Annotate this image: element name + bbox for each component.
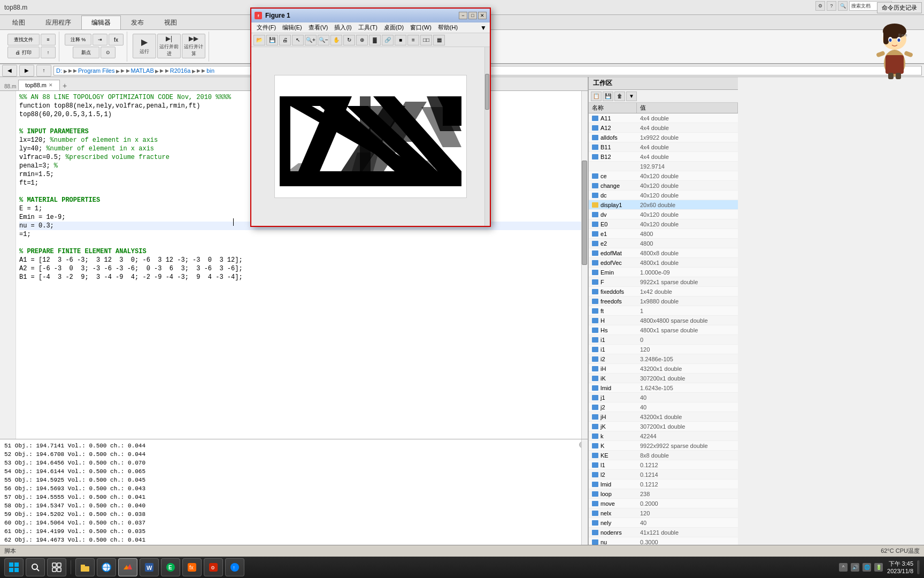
taskbar-icon-7[interactable]: ⚙ xyxy=(204,558,223,576)
ws-row-nodenrs[interactable]: nodenrs 41x121 double xyxy=(589,528,738,537)
fig-tb-newpanel[interactable]: ▦ xyxy=(433,35,445,45)
ws-row-dv[interactable]: dv 40x120 double xyxy=(589,210,738,219)
ws-row-f[interactable]: F 9922x1 sparse double xyxy=(589,277,738,287)
show-desktop-btn[interactable] xyxy=(918,560,920,574)
taskbar-start[interactable] xyxy=(4,558,24,576)
fig-menu-desktop[interactable]: 桌面(D) xyxy=(381,23,407,32)
sys-icon-3[interactable]: 🌐 xyxy=(863,563,871,572)
ws-row-i2[interactable]: i2 3.2486e-105 xyxy=(589,354,738,364)
ws-row-l1[interactable]: l1 0.1212 xyxy=(589,460,738,470)
ws-row-edofmat[interactable]: edofMat 4800x8 double xyxy=(589,248,738,258)
ws-row-b12[interactable]: B12 4x4 double xyxy=(589,152,738,162)
comment-btn[interactable]: 注释 % xyxy=(65,34,91,45)
taskbar-icon-5[interactable]: E xyxy=(161,558,180,576)
fig-menu-view[interactable]: 查看(V) xyxy=(305,23,332,32)
fig-tb-save[interactable]: 💾 xyxy=(266,35,278,45)
ws-row-move[interactable]: move 0.2000 xyxy=(589,499,738,508)
editor-scrollbar-thumb[interactable] xyxy=(582,161,587,265)
breakpts-btn[interactable]: ⊙ xyxy=(101,47,116,58)
ws-row-lmid[interactable]: lmid 1.6243e-105 xyxy=(589,383,738,393)
taskbar-search[interactable] xyxy=(26,558,45,576)
tab-apps[interactable]: 应用程序 xyxy=(35,16,81,29)
ws-row-change[interactable]: change 40x120 double xyxy=(589,181,738,191)
ws-row-h[interactable]: H 4800x4800 sparse double xyxy=(589,316,738,325)
ws-row-l2[interactable]: l2 0.1214 xyxy=(589,470,738,480)
run-btn[interactable]: ▶ 运行 xyxy=(133,34,156,58)
ws-row-e2[interactable]: e2 4800 xyxy=(589,239,738,248)
run-calc-btn[interactable]: ▶▶ 运行并计算 xyxy=(182,34,205,58)
run-advance-btn[interactable]: ▶| 运行并前进 xyxy=(157,34,181,58)
fig-tb-insertlegend[interactable]: ≡ xyxy=(407,35,419,45)
tab-top88-close[interactable]: ✕ xyxy=(49,82,53,88)
ws-row-val[interactable]: 192.9714 xyxy=(589,162,738,171)
path-bin[interactable]: bin xyxy=(206,67,214,74)
ws-row-e1[interactable]: e1 4800 xyxy=(589,229,738,239)
fig-tb-open[interactable]: 📂 xyxy=(253,35,265,45)
path-d[interactable]: D: xyxy=(56,67,67,74)
ws-row-display1[interactable]: display1 20x60 double xyxy=(589,200,738,210)
path-programfiles[interactable]: Program Files xyxy=(78,67,120,74)
corner-icon-1[interactable]: ⚙ xyxy=(815,1,825,11)
fig-tb-print[interactable]: 🖨 xyxy=(279,35,291,45)
ws-row-edofvec[interactable]: edofVec 4800x1 double xyxy=(589,258,738,268)
fig-menu-window[interactable]: 窗口(W) xyxy=(407,23,435,32)
ws-row-j1[interactable]: j1 40 xyxy=(589,393,738,402)
ws-row-k[interactable]: k 42244 xyxy=(589,431,738,441)
back-btn[interactable]: ◀ xyxy=(2,65,17,77)
goto-btn[interactable]: ↑ xyxy=(41,47,56,58)
taskbar-icon-8[interactable]: ↑ xyxy=(225,558,244,576)
sys-icon-1[interactable]: ^ xyxy=(839,563,848,572)
taskbar-icon-6[interactable]: fx xyxy=(182,558,202,576)
fig-menu-insert[interactable]: 插入(I) xyxy=(331,23,355,32)
fig-tb-rotate[interactable]: ↻ xyxy=(343,35,355,45)
ws-btn-1[interactable]: 📋 xyxy=(591,92,602,101)
ws-row-ih[interactable]: iH 43200x1 double xyxy=(589,364,738,374)
ws-btn-3[interactable]: 🗑 xyxy=(614,92,625,101)
taskbar-matlab[interactable] xyxy=(118,558,137,576)
fig-tb-datacursor[interactable]: ⊕ xyxy=(356,35,368,45)
ws-btn-2[interactable]: 💾 xyxy=(603,92,613,101)
print-btn[interactable]: 🖨 打印 xyxy=(7,47,40,58)
editor-scrollbar[interactable] xyxy=(581,91,588,439)
fig-tb-brush[interactable]: ▓ xyxy=(369,35,381,45)
fig-tb-cursor[interactable]: ↖ xyxy=(292,35,304,45)
ws-row-dc[interactable]: dc 40x120 double xyxy=(589,191,738,200)
clock[interactable]: 下午 3:45 2023/11/8 xyxy=(887,560,913,575)
ws-row-freedofs[interactable]: freedofs 1x9880 double xyxy=(589,296,738,306)
sys-icon-4[interactable]: 🔋 xyxy=(874,563,883,572)
taskbar-browser[interactable] xyxy=(97,558,116,576)
taskbar-word[interactable]: W xyxy=(140,558,159,576)
ws-row-e0[interactable]: E0 40x120 double xyxy=(589,219,738,229)
ws-row-kmat[interactable]: K 9922x9922 sparse double xyxy=(589,441,738,451)
fig-menu-edit[interactable]: 编辑(E) xyxy=(279,23,305,32)
ws-btn-4[interactable]: ▼ xyxy=(626,92,637,101)
fig-minimize-btn[interactable]: − xyxy=(459,12,467,19)
ws-row-j2[interactable]: j2 40 xyxy=(589,402,738,412)
tab-top88[interactable]: top88.m ✕ xyxy=(18,80,60,90)
fig-tb-zoom-out[interactable]: 🔍− xyxy=(318,35,329,45)
fig-tb-link[interactable]: 🔗 xyxy=(382,35,394,45)
fig-tb-zoom-in[interactable]: 🔍+ xyxy=(305,35,317,45)
ws-row-alldofs[interactable]: alldofs 1x9922 double xyxy=(589,133,738,142)
fig-menu-help[interactable]: 帮助(H) xyxy=(435,23,461,32)
fig-menu-tools[interactable]: 工具(T) xyxy=(355,23,381,32)
ws-row-fixeddofs[interactable]: fixeddofs 1x42 double xyxy=(589,287,738,296)
tab-publish[interactable]: 发布 xyxy=(121,16,154,29)
fig-menu-arrow[interactable]: ▼ xyxy=(480,24,488,32)
ws-row-jh[interactable]: jH 43200x1 double xyxy=(589,412,738,422)
ws-row-nely[interactable]: nely 40 xyxy=(589,518,738,528)
tab-add-button[interactable]: + xyxy=(60,81,70,90)
ws-row-ik[interactable]: iK 307200x1 double xyxy=(589,374,738,383)
ws-row-nelx[interactable]: nelx 120 xyxy=(589,508,738,518)
ws-row-a11[interactable]: A11 4x4 double xyxy=(589,113,738,123)
corner-icon-3[interactable]: 🔍 xyxy=(838,1,848,11)
ws-row-emin[interactable]: Emin 1.0000e-09 xyxy=(589,268,738,277)
ws-row-loop[interactable]: loop 238 xyxy=(589,489,738,499)
taskbar-explorer[interactable] xyxy=(75,558,95,576)
path-r2016a[interactable]: R2016a xyxy=(170,67,196,74)
ws-row-ft[interactable]: ft 1 xyxy=(589,306,738,316)
taskbar-taskview[interactable] xyxy=(47,558,66,576)
ws-row-ke[interactable]: KE 8x8 double xyxy=(589,451,738,460)
ws-row-ce[interactable]: ce 40x120 double xyxy=(589,171,738,181)
indent-btn[interactable]: ⇥ xyxy=(93,34,107,45)
